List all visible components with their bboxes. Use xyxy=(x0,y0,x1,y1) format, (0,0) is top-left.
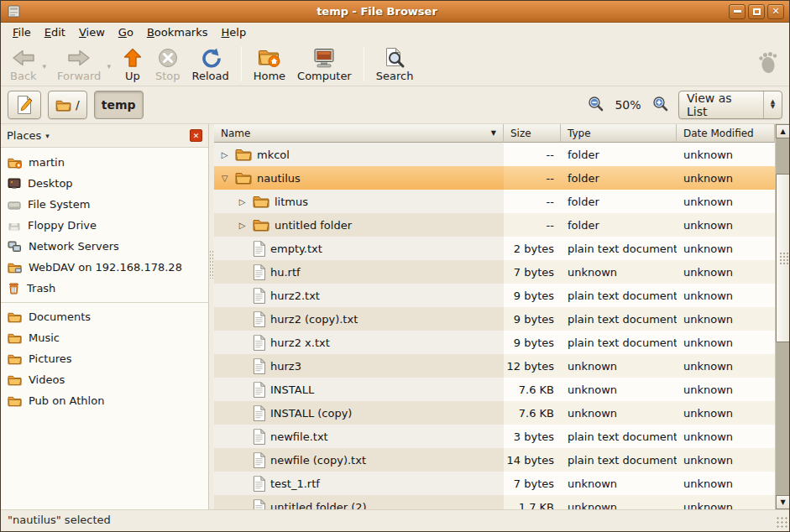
zoom-in-button[interactable] xyxy=(652,96,668,115)
up-button[interactable]: Up xyxy=(116,44,149,84)
floppy-icon xyxy=(8,220,21,232)
scrollbar-thumb[interactable] xyxy=(776,174,790,342)
scroll-down-button[interactable]: ▼ xyxy=(776,495,790,509)
scroll-down-icon: ▼ xyxy=(780,498,785,506)
text-file-icon xyxy=(253,382,265,398)
places-dropdown-icon: ▾ xyxy=(45,132,50,140)
window-icon[interactable] xyxy=(8,5,22,18)
text-file-icon xyxy=(253,288,265,304)
menu-view[interactable]: View xyxy=(72,23,112,41)
sidebar-header[interactable]: Places ▾ ✕ xyxy=(1,124,208,148)
column-header-type[interactable]: Type xyxy=(561,124,677,143)
table-row[interactable]: INSTALL (copy) 7.6 KB unknown unknown xyxy=(214,401,775,425)
expander-expanded-icon[interactable]: ▽ xyxy=(219,174,230,183)
view-mode-combobox[interactable]: View as List ▲▼ xyxy=(678,91,782,119)
menu-help[interactable]: Help xyxy=(215,23,254,41)
sidebar-header-label: Places xyxy=(7,129,41,142)
table-row[interactable]: hurz2 x.txt 9 bytes plain text document … xyxy=(214,331,775,354)
zoom-out-button[interactable] xyxy=(588,96,604,115)
sidebar-item-pub-on-athlon[interactable]: Pub on Athlon xyxy=(1,390,208,411)
table-row[interactable]: INSTALL 7.6 KB unknown unknown xyxy=(214,378,775,401)
forward-button[interactable]: Forward xyxy=(51,44,107,84)
sidebar-item-music[interactable]: Music xyxy=(1,327,208,348)
expander-collapsed-icon[interactable]: ▷ xyxy=(219,150,230,159)
maximize-icon xyxy=(753,8,761,15)
path-button-root[interactable]: / xyxy=(48,91,87,119)
places-list: martin Desktop File System Floppy Drive … xyxy=(1,148,208,411)
table-row[interactable]: untitled folder (2) 1.7 KB unknown unkno… xyxy=(214,495,775,509)
path-button-current[interactable]: temp xyxy=(94,91,144,119)
table-row[interactable]: hu.rtf 7 bytes unknown unknown xyxy=(214,260,775,284)
search-button[interactable]: Search xyxy=(370,44,420,84)
sidebar-item-webdav[interactable]: WebDAV on 192.168.178.28 xyxy=(1,257,208,278)
sidebar-item-filesystem[interactable]: File System xyxy=(1,194,208,215)
menu-go[interactable]: Go xyxy=(112,23,140,41)
desktop-icon xyxy=(8,178,21,190)
webdav-folder-icon xyxy=(8,262,22,274)
sidebar-item-pictures[interactable]: Pictures xyxy=(1,348,208,369)
scroll-up-button[interactable]: ▲ xyxy=(776,124,790,138)
text-file-icon xyxy=(253,499,265,510)
sidebar-item-desktop[interactable]: Desktop xyxy=(1,173,208,194)
table-row[interactable]: newfile (copy).txt 14 bytes plain text d… xyxy=(214,448,775,472)
folder-icon xyxy=(8,353,22,365)
up-icon xyxy=(122,46,144,70)
back-dropdown-icon[interactable]: ▾ xyxy=(43,57,47,70)
filesystem-icon xyxy=(8,199,21,211)
home-button[interactable]: Home xyxy=(248,44,291,84)
table-row[interactable]: empty.txt 2 bytes plain text document un… xyxy=(214,237,775,260)
scrollbar-grip-icon xyxy=(779,252,788,265)
file-list-pane: Name▼ Size Type Date Modified ▷mkcol -- … xyxy=(214,124,775,509)
sidebar-item-floppy[interactable]: Floppy Drive xyxy=(1,215,208,236)
toolbar-separator xyxy=(364,46,364,81)
sidebar-close-button[interactable]: ✕ xyxy=(190,129,202,142)
toggle-location-entry-button[interactable] xyxy=(8,91,41,119)
titlebar[interactable]: temp - File Browser ✕ xyxy=(1,1,789,23)
computer-button[interactable]: Computer xyxy=(291,44,358,84)
status-text: "nautilus" selected xyxy=(8,514,111,526)
table-row-selected[interactable]: ▽nautilus -- folder unknown xyxy=(214,166,775,190)
file-browser-window: temp - File Browser ✕ File Edit View Go … xyxy=(0,0,790,532)
sidebar-item-home[interactable]: martin xyxy=(1,152,208,173)
table-row[interactable]: newfile.txt 3 bytes plain text document … xyxy=(214,425,775,448)
column-header-name[interactable]: Name▼ xyxy=(214,124,504,143)
back-button[interactable]: Back xyxy=(4,44,43,84)
sidebar-item-trash[interactable]: Trash xyxy=(1,278,208,299)
home-icon xyxy=(258,46,281,70)
menu-file[interactable]: File xyxy=(6,23,38,41)
table-row[interactable]: hurz2.txt 9 bytes plain text document un… xyxy=(214,284,775,307)
close-button[interactable]: ✕ xyxy=(767,4,784,19)
back-icon xyxy=(11,46,36,70)
minimize-button[interactable] xyxy=(729,4,746,19)
vertical-scrollbar[interactable]: ▲ ▼ xyxy=(775,124,789,509)
table-row[interactable]: ▷untitled folder -- folder unknown xyxy=(214,213,775,237)
menubar: File Edit View Go Bookmarks Help xyxy=(1,23,789,42)
forward-dropdown-icon[interactable]: ▾ xyxy=(107,57,111,70)
sidebar-item-videos[interactable]: Videos xyxy=(1,369,208,390)
forward-icon xyxy=(66,46,92,70)
stop-icon xyxy=(157,46,179,70)
sidebar-item-network[interactable]: Network Servers xyxy=(1,236,208,257)
minimize-icon xyxy=(734,10,741,13)
table-row[interactable]: test_1.rtf 7 bytes unknown unknown xyxy=(214,472,775,495)
resize-grip[interactable] xyxy=(776,516,787,528)
reload-icon xyxy=(200,46,222,70)
column-header-size[interactable]: Size xyxy=(504,124,561,143)
sort-indicator-icon: ▼ xyxy=(491,129,496,137)
table-row[interactable]: ▷mkcol -- folder unknown xyxy=(214,143,775,166)
table-row[interactable]: hurz2 (copy).txt 9 bytes plain text docu… xyxy=(214,307,775,331)
home-folder-icon xyxy=(8,157,22,169)
expander-collapsed-icon[interactable]: ▷ xyxy=(237,197,248,206)
table-row[interactable]: hurz3 12 bytes unknown unknown xyxy=(214,354,775,378)
menu-edit[interactable]: Edit xyxy=(38,23,72,41)
reload-button[interactable]: Reload xyxy=(186,44,234,84)
table-row[interactable]: ▷litmus -- folder unknown xyxy=(214,190,775,213)
maximize-button[interactable] xyxy=(748,4,765,19)
menu-bookmarks[interactable]: Bookmarks xyxy=(140,23,215,41)
stop-button[interactable]: Stop xyxy=(149,44,186,84)
pane-resize-handle[interactable] xyxy=(209,124,214,509)
sidebar-item-documents[interactable]: Documents xyxy=(1,306,208,327)
folder-icon xyxy=(253,218,269,232)
expander-collapsed-icon[interactable]: ▷ xyxy=(237,221,248,230)
column-header-modified[interactable]: Date Modified xyxy=(677,124,775,143)
